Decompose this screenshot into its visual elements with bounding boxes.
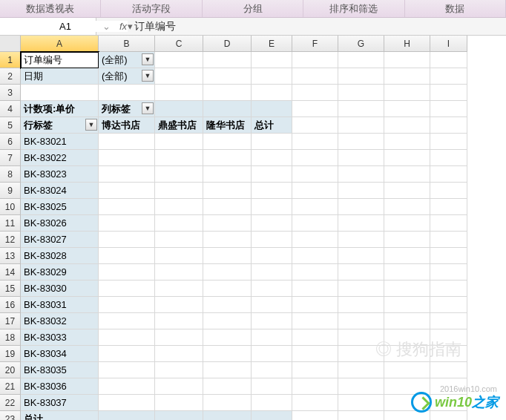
cell[interactable] [430,117,467,134]
cell[interactable] [155,134,203,150]
cell[interactable] [155,313,203,329]
cell[interactable] [384,166,430,183]
cell[interactable] [430,264,467,280]
cell[interactable] [430,150,467,166]
cell[interactable] [292,280,338,297]
dropdown-icon[interactable]: ▼ [142,102,154,114]
cell[interactable] [430,313,467,329]
cell[interactable] [155,411,203,420]
cell[interactable] [203,378,252,395]
cell[interactable] [338,117,384,134]
cell[interactable] [292,232,338,248]
cell[interactable] [203,232,252,248]
cell[interactable] [203,199,252,215]
cell[interactable] [252,68,292,85]
cell[interactable] [203,297,252,313]
cell[interactable] [252,232,292,248]
cell[interactable] [203,411,252,420]
column-header[interactable]: D [203,36,252,52]
row-header[interactable]: 3 [0,85,21,101]
cell[interactable] [252,199,292,215]
pivot-grand-total[interactable]: 总计 [21,411,99,420]
cell[interactable] [430,248,467,264]
cell[interactable] [203,52,252,68]
cell[interactable] [155,329,203,346]
cell[interactable] [292,346,338,362]
cell[interactable] [203,68,252,85]
cell[interactable] [384,117,430,134]
column-header[interactable]: G [338,36,384,52]
pivot-row-item[interactable]: BK-83029 [21,264,99,280]
cell[interactable] [430,183,467,199]
cell[interactable] [384,134,430,150]
cell[interactable] [203,150,252,166]
pivot-col-header[interactable]: 隆华书店 [203,117,252,134]
cell[interactable] [292,297,338,313]
cell[interactable] [252,280,292,297]
cell[interactable] [338,134,384,150]
row-header[interactable]: 7 [0,150,21,166]
cell[interactable] [430,411,467,420]
cell[interactable] [203,329,252,346]
row-header[interactable]: 14 [0,264,21,280]
column-header[interactable]: A [21,36,99,52]
cell[interactable] [252,101,292,117]
dropdown-icon[interactable]: ▼ [85,119,97,131]
cell[interactable] [252,150,292,166]
cell[interactable] [338,52,384,68]
cell[interactable] [292,378,338,395]
cell[interactable] [203,166,252,183]
cell[interactable] [338,362,384,378]
cell[interactable] [338,313,384,329]
cell[interactable] [292,313,338,329]
pivot-row-item[interactable]: BK-83026 [21,215,99,232]
pivot-row-item[interactable]: BK-83031 [21,297,99,313]
cell[interactable] [384,248,430,264]
cell[interactable] [430,280,467,297]
cell[interactable] [384,297,430,313]
cell[interactable] [203,346,252,362]
cell[interactable] [252,362,292,378]
cell[interactable] [338,166,384,183]
formula-expand-icon[interactable]: ⌄ [102,21,111,32]
pivot-row-item[interactable]: BK-83022 [21,150,99,166]
pivot-row-item[interactable]: BK-83028 [21,248,99,264]
pivot-col-header[interactable]: 博达书店 [99,117,155,134]
row-header[interactable]: 1 [0,52,21,68]
fx-icon[interactable]: fx [116,21,130,32]
cell[interactable] [292,150,338,166]
pivot-col-header[interactable]: 总计 [252,117,292,134]
row-header[interactable]: 19 [0,346,21,362]
cell[interactable] [384,411,430,420]
pivot-col-header[interactable]: 鼎盛书店 [155,117,203,134]
cell[interactable] [21,85,99,101]
pivot-filter-value[interactable]: (全部)▼ [99,68,155,85]
cell[interactable] [292,264,338,280]
cell[interactable] [430,378,467,395]
cell[interactable] [430,101,467,117]
row-header[interactable]: 12 [0,232,21,248]
cell[interactable] [292,248,338,264]
cell[interactable] [99,183,155,199]
pivot-row-item[interactable]: BK-83035 [21,362,99,378]
row-header[interactable]: 20 [0,362,21,378]
cell[interactable] [338,248,384,264]
cell[interactable] [384,68,430,85]
cell[interactable] [430,215,467,232]
cell[interactable] [292,101,338,117]
cell[interactable] [338,329,384,346]
cell[interactable] [252,85,292,101]
pivot-row-item[interactable]: BK-83021 [21,134,99,150]
cell[interactable] [384,85,430,101]
pivot-row-item[interactable]: BK-83036 [21,378,99,395]
row-header[interactable]: 8 [0,166,21,183]
ribbon-tab[interactable]: 排序和筛选 [303,0,404,17]
cell[interactable] [99,362,155,378]
cell[interactable] [99,329,155,346]
cell[interactable] [252,166,292,183]
pivot-row-item[interactable]: BK-83033 [21,329,99,346]
cell[interactable] [384,150,430,166]
row-header[interactable]: 21 [0,378,21,395]
cell[interactable] [430,362,467,378]
ribbon-tab[interactable]: 活动字段 [101,0,202,17]
